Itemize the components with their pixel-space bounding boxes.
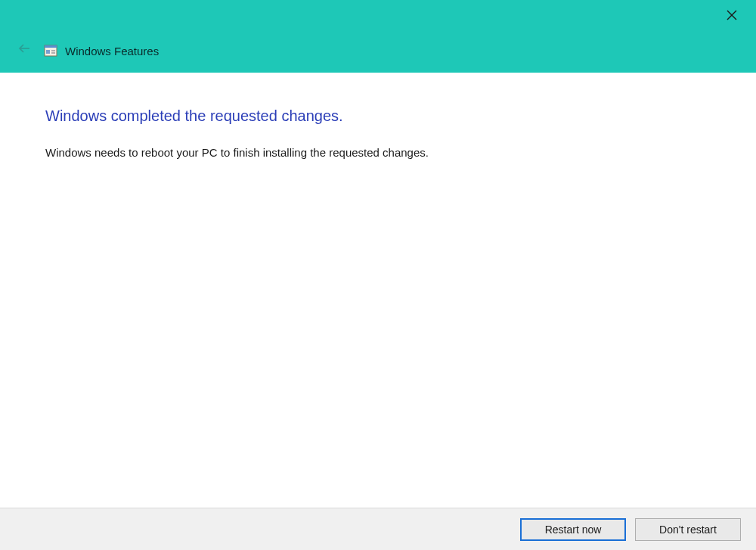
close-button[interactable]	[717, 5, 747, 26]
status-message: Windows needs to reboot your PC to finis…	[45, 146, 711, 159]
back-button	[15, 39, 33, 57]
window-icon	[44, 44, 57, 57]
close-icon	[727, 10, 737, 20]
restart-now-button[interactable]: Restart now	[520, 518, 626, 541]
window-title: Windows Features	[65, 45, 159, 57]
dont-restart-button[interactable]: Don't restart	[635, 518, 741, 541]
titlebar: Windows Features	[0, 0, 756, 73]
back-arrow-icon	[17, 42, 31, 55]
features-icon	[44, 44, 57, 57]
status-heading: Windows completed the requested changes.	[45, 107, 711, 125]
svg-rect-5	[46, 50, 50, 54]
content-area: Windows completed the requested changes.…	[0, 73, 756, 508]
svg-rect-6	[51, 50, 55, 51]
svg-rect-7	[51, 52, 55, 54]
footer-bar: Restart now Don't restart	[0, 508, 756, 550]
svg-rect-4	[45, 45, 57, 48]
